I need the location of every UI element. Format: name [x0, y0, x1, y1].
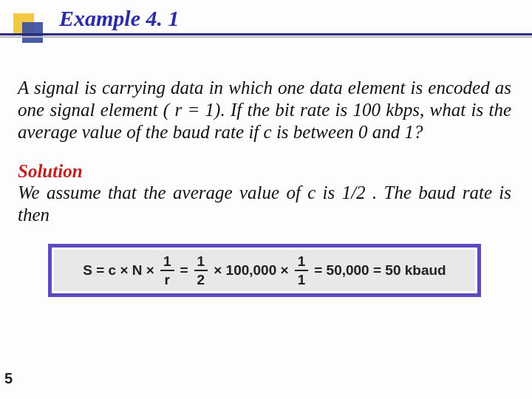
solution-text: We assume that the average value of c is…: [18, 182, 511, 226]
formula-lhs: S = c × N ×: [83, 262, 154, 279]
formula-box: S = c × N × 1 r = 1 2 × 100,000 × 1 1 = …: [48, 244, 481, 297]
formula: S = c × N × 1 r = 1 2 × 100,000 × 1 1 = …: [54, 250, 475, 291]
logo-square-blue: [22, 22, 43, 43]
logo: [13, 13, 43, 43]
formula-mid: × 100,000 ×: [214, 262, 288, 279]
equals-1: =: [180, 262, 188, 279]
title-underline-shadow: [0, 36, 532, 38]
title-underline: [0, 33, 532, 35]
page-number: 5: [4, 370, 13, 387]
formula-rhs: = 50,000 = 50 kbaud: [314, 262, 446, 279]
slide-header: Example 4. 1: [0, 0, 532, 52]
slide-body: A signal is carrying data in which one d…: [0, 52, 532, 297]
solution-label: Solution: [18, 161, 83, 181]
fraction-1-over-1: 1 1: [295, 254, 309, 287]
problem-statement: A signal is carrying data in which one d…: [18, 77, 511, 143]
fraction-1-over-r: 1 r: [160, 254, 174, 287]
example-title: Example 4. 1: [59, 6, 180, 31]
fraction-1-over-2: 1 2: [194, 254, 208, 287]
